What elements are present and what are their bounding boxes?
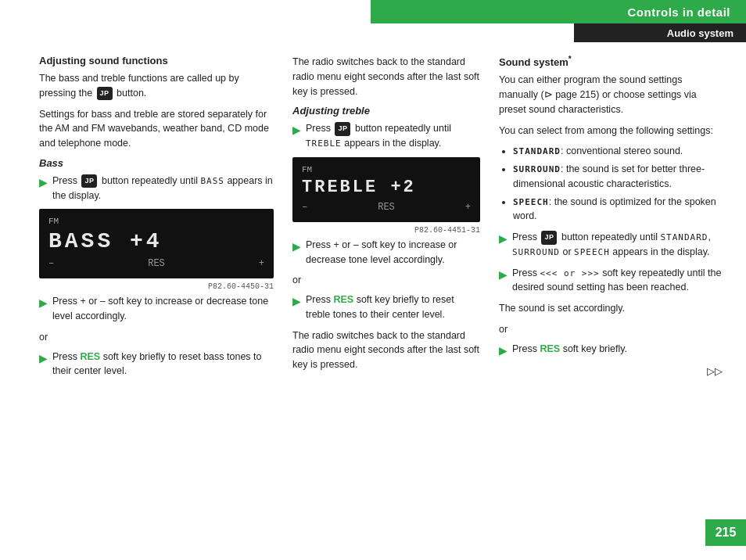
intro-p2: Settings for bass and treble are stored … (39, 107, 274, 151)
treble-fm-label: FM (302, 165, 471, 174)
bass-bullet-1: ▶ Press JP button repeatedly until BASS … (39, 174, 274, 203)
asterisk: * (568, 55, 572, 63)
right-bullet-2: ▶ Press <<< or >>> soft key repeatedly u… (499, 266, 723, 296)
bass-bullet-1-text: Press JP button repeatedly until BASS ap… (52, 174, 274, 203)
bass-bullet-3-text: Press RES soft key briefly to reset bass… (52, 350, 274, 379)
right-jp-btn: JP (541, 231, 557, 245)
mid-intro-p1: The radio switches back to the standard … (292, 55, 480, 99)
right-bullet-1: ▶ Press JP button repeatedly until STAND… (499, 230, 723, 260)
bullet-arrow-3: ▶ (39, 350, 48, 367)
treble-bullet-2-text: Press + or – soft key to increase or dec… (306, 238, 480, 267)
treble-arrow-3: ▶ (292, 293, 301, 310)
jp-button-icon: JP (97, 87, 113, 101)
sound-settings-list: STANDARD: conventional stereo sound. SUR… (499, 144, 723, 224)
treble-heading: Adjusting treble (292, 105, 480, 117)
right-bullet-2-text: Press <<< or >>> soft key repeatedly unt… (512, 266, 723, 296)
adjusting-sound-heading: Adjusting sound functions (39, 55, 274, 66)
treble-plus: + (465, 202, 471, 213)
treble-res-key: RES (333, 294, 353, 305)
right-or-1: or (499, 322, 723, 337)
subheader-bar: Audio system (574, 23, 746, 42)
keys-display: <<< or >>> (540, 268, 599, 278)
right-res-key: RES (540, 343, 560, 354)
header-bar: Controls in detail (371, 0, 746, 23)
header-title: Controls in detail (627, 5, 730, 19)
sound-set-text: The sound is set accordingly. (499, 301, 723, 316)
treble-bullet-3: ▶ Press RES soft key briefly to reset tr… (292, 293, 480, 322)
treble-bullet-1: ▶ Press JP button repeatedly until TREBL… (292, 121, 480, 151)
right-bullet-1-text: Press JP button repeatedly until STANDAR… (512, 230, 723, 260)
treble-jp-btn: JP (335, 122, 350, 136)
treble-main-display: TREBLE +2 (302, 178, 471, 197)
right-arrow-2: ▶ (499, 267, 507, 283)
bass-res: RES (148, 258, 165, 269)
bass-bullet-3: ▶ Press RES soft key briefly to reset ba… (39, 350, 274, 379)
treble-part-number: P82.60-4451-31 (414, 226, 480, 235)
or-1: or (39, 330, 274, 345)
bass-display-text: BASS (200, 176, 224, 186)
list-item-surround: SURROUND: the sound is set for better th… (513, 162, 723, 192)
intro-p1: The bass and treble functions are called… (39, 71, 274, 101)
bass-heading: Bass (39, 157, 274, 169)
sound-system-p2: You can select from among the following … (499, 124, 723, 138)
bass-bullet-2-text: Press + or – soft key to increase or dec… (52, 294, 274, 324)
bass-fm-label: FM (48, 217, 264, 226)
treble-bullet-1-text: Press JP button repeatedly until TREBLE … (306, 121, 480, 151)
speech-display: SPEECH (574, 247, 610, 257)
sound-system-heading: Sound system* (499, 55, 723, 68)
list-item-standard: STANDARD: conventional stereo sound. (513, 144, 723, 159)
main-content: Adjusting sound functions The bass and t… (0, 47, 746, 560)
treble-display-text: TREBLE (306, 138, 342, 149)
treble-arrow-1: ▶ (292, 122, 301, 138)
mid-outro-p1: The radio switches back to the standard … (292, 328, 480, 372)
bass-jp-btn: JP (81, 174, 97, 188)
treble-arrow-2: ▶ (292, 239, 301, 255)
bass-bullet-2: ▶ Press + or – soft key to increase or d… (39, 294, 274, 324)
list-item-speech: SPEECH: the sound is optimized for the s… (513, 195, 723, 224)
mid-column: The radio switches back to the standard … (292, 55, 480, 544)
bass-minus: – (48, 258, 54, 269)
left-column: Adjusting sound functions The bass and t… (39, 55, 274, 544)
bullet-arrow-2: ▶ (39, 295, 48, 311)
right-arrow-3: ▶ (499, 343, 507, 359)
bass-res-key: RES (80, 351, 100, 362)
sound-system-p1: You can either program the sound setting… (499, 73, 723, 117)
bass-part-number: P82.60-4450-31 (208, 282, 274, 291)
standard-display: STANDARD (660, 232, 708, 242)
treble-res: RES (378, 202, 395, 213)
bass-bottom-row: – RES + (48, 258, 264, 269)
bass-lcd-panel: FM BASS +4 – RES + P82.60-4450-31 (39, 209, 274, 278)
treble-bullet-2: ▶ Press + or – soft key to increase or d… (292, 238, 480, 267)
subheader-title: Audio system (667, 27, 733, 39)
treble-bottom-row: – RES + (302, 202, 471, 213)
right-column: Sound system* You can either program the… (499, 55, 723, 544)
continue-arrow-icon: ▷▷ (707, 365, 723, 377)
right-bullet-3: ▶ Press RES soft key briefly. (499, 342, 723, 359)
treble-lcd-panel: FM TREBLE +2 – RES + P82.60-4451-31 (292, 157, 480, 222)
continue-arrows: ▷▷ (499, 365, 723, 377)
mid-or-1: or (292, 273, 480, 288)
surround-display: SURROUND (512, 247, 560, 257)
right-bullet-3-text: Press RES soft key briefly. (512, 342, 723, 357)
bass-main-display: BASS +4 (48, 229, 264, 253)
bullet-arrow-1: ▶ (39, 174, 48, 191)
treble-bullet-3-text: Press RES soft key briefly to reset treb… (306, 293, 480, 322)
bass-plus: + (259, 258, 264, 269)
treble-minus: – (302, 202, 307, 213)
right-arrow-1: ▶ (499, 231, 507, 247)
